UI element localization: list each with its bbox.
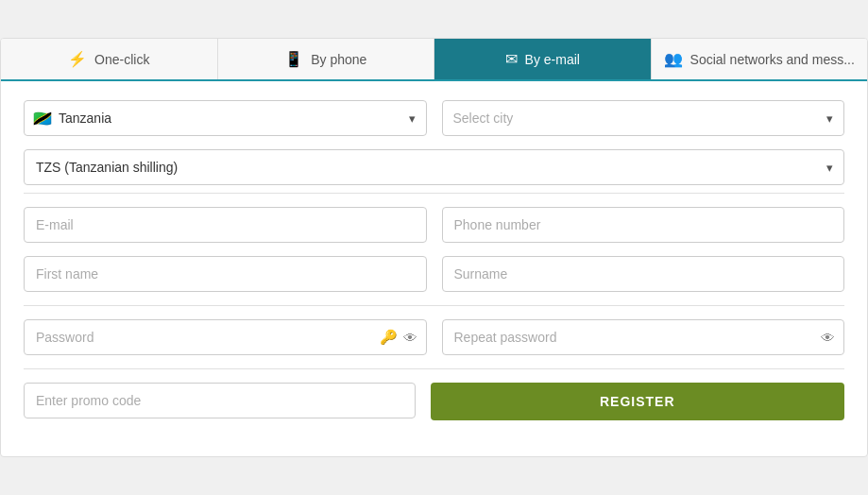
- phone-input[interactable]: [442, 207, 845, 243]
- tab-by-email-label: By e-mail: [525, 52, 580, 67]
- tab-one-click[interactable]: ⚡ One-click: [1, 39, 218, 79]
- tab-by-email[interactable]: ✉ By e-mail: [434, 39, 652, 79]
- country-select[interactable]: Tanzania: [24, 100, 427, 136]
- currency-row: TZS (Tanzanian shilling) ▾: [24, 149, 844, 185]
- tab-bar: ⚡ One-click 📱 By phone ✉ By e-mail 👥 Soc…: [1, 39, 867, 81]
- password-input[interactable]: [24, 319, 427, 355]
- phone-icon: 📱: [284, 50, 303, 68]
- form-area: 🇹🇿 Tanzania ▾ ▾ Select city TZS (Tanzani…: [1, 81, 867, 456]
- city-field: ▾ Select city: [442, 100, 845, 136]
- tab-by-phone[interactable]: 📱 By phone: [218, 39, 435, 79]
- currency-field: TZS (Tanzanian shilling) ▾: [24, 149, 844, 185]
- divider-2: [24, 305, 844, 306]
- tab-social[interactable]: 👥 Social networks and mess...: [652, 39, 868, 79]
- repeat-password-visibility-icon[interactable]: 👁: [821, 330, 835, 346]
- registration-container: ⚡ One-click 📱 By phone ✉ By e-mail 👥 Soc…: [0, 38, 868, 457]
- tab-one-click-label: One-click: [94, 52, 149, 67]
- register-button[interactable]: REGISTER: [431, 383, 845, 420]
- promo-field: [24, 383, 416, 420]
- lightning-icon: ⚡: [68, 50, 87, 68]
- surname-input[interactable]: [442, 256, 845, 292]
- password-visibility-icon[interactable]: 👁: [403, 330, 417, 346]
- promo-register-row: REGISTER: [24, 383, 844, 420]
- tab-by-phone-label: By phone: [311, 52, 366, 67]
- first-name-field: [24, 256, 427, 292]
- email-phone-row: [24, 207, 844, 243]
- divider-1: [24, 193, 844, 194]
- password-icons: 🔑 👁: [380, 329, 417, 346]
- password-field: 🔑 👁: [24, 319, 427, 355]
- email-icon: ✉: [505, 50, 518, 68]
- email-field: [24, 207, 427, 243]
- surname-field: [442, 256, 845, 292]
- repeat-password-icons: 👁: [821, 330, 835, 346]
- social-icon: 👥: [664, 50, 683, 68]
- tab-social-label: Social networks and mess...: [690, 52, 855, 67]
- repeat-password-field: 👁: [442, 319, 845, 355]
- city-select[interactable]: [442, 100, 845, 136]
- divider-3: [24, 368, 844, 369]
- email-input[interactable]: [24, 207, 427, 243]
- country-field: 🇹🇿 Tanzania ▾: [24, 100, 427, 136]
- currency-select[interactable]: TZS (Tanzanian shilling): [24, 149, 844, 185]
- location-row: 🇹🇿 Tanzania ▾ ▾ Select city: [24, 100, 844, 136]
- first-name-input[interactable]: [24, 256, 427, 292]
- repeat-password-input[interactable]: [442, 319, 845, 355]
- password-row: 🔑 👁 👁: [24, 319, 844, 355]
- phone-field: [442, 207, 845, 243]
- promo-input[interactable]: [24, 383, 416, 418]
- name-row: [24, 256, 844, 292]
- key-icon[interactable]: 🔑: [380, 329, 398, 346]
